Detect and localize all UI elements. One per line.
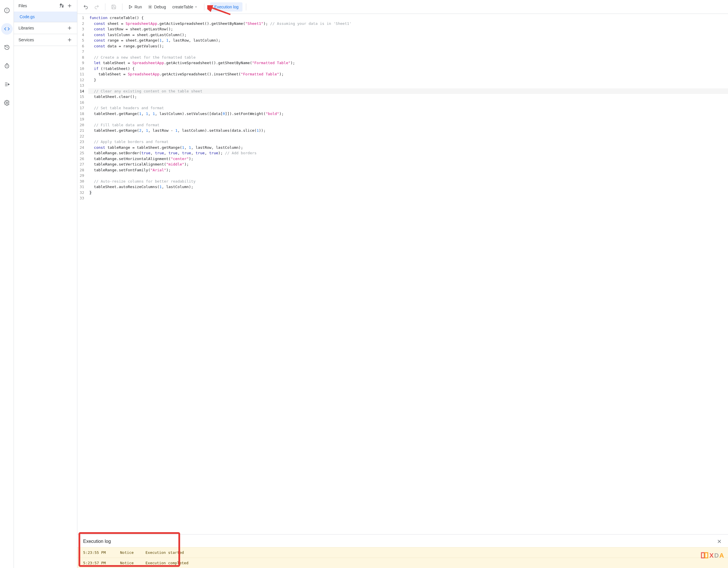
settings-icon[interactable] xyxy=(1,97,13,109)
main: Run Debug createTable Execution log 1234… xyxy=(77,0,728,568)
close-icon[interactable] xyxy=(716,539,722,544)
files-header: Files AZ xyxy=(14,0,77,12)
svg-point-2 xyxy=(7,9,7,10)
libraries-label: Libraries xyxy=(18,26,34,30)
add-service-icon[interactable] xyxy=(67,37,72,43)
svg-marker-17 xyxy=(129,5,132,8)
undo-button[interactable] xyxy=(81,3,91,11)
history-icon[interactable] xyxy=(1,42,13,53)
code-editor[interactable]: 1234567891011121314151617181920212223242… xyxy=(77,14,728,534)
function-selector[interactable]: createTable xyxy=(169,3,201,11)
execution-log-title: Execution log xyxy=(83,539,111,544)
run-button[interactable]: Run xyxy=(126,3,144,11)
sidebar: Files AZ Code.gs Libraries Services xyxy=(14,0,77,568)
executions-icon[interactable] xyxy=(1,79,13,90)
add-file-icon[interactable] xyxy=(67,3,72,9)
redo-button[interactable] xyxy=(92,3,102,11)
svg-text:Z: Z xyxy=(62,5,64,8)
toolbar: Run Debug createTable Execution log xyxy=(77,0,728,14)
editor-icon[interactable] xyxy=(1,23,13,35)
svg-point-18 xyxy=(150,6,151,8)
left-rail xyxy=(0,0,14,568)
debug-button[interactable]: Debug xyxy=(145,3,168,11)
files-label: Files xyxy=(18,3,27,8)
sort-icon[interactable]: AZ xyxy=(59,3,64,9)
add-library-icon[interactable] xyxy=(67,25,72,31)
function-name: createTable xyxy=(172,5,193,9)
line-gutter: 1234567891011121314151617181920212223242… xyxy=(77,14,88,202)
info-icon[interactable] xyxy=(1,5,13,16)
services-header: Services xyxy=(14,34,77,46)
libraries-header: Libraries xyxy=(14,22,77,34)
execution-log-panel: Execution log 5:23:55 PMNoticeExecution … xyxy=(77,534,728,568)
svg-point-8 xyxy=(6,102,8,104)
svg-text:A: A xyxy=(60,3,61,6)
chevron-down-icon xyxy=(194,5,198,9)
code-content[interactable]: function createTable() { const sheet = S… xyxy=(88,14,728,202)
svg-marker-7 xyxy=(8,84,9,85)
services-label: Services xyxy=(18,38,34,42)
run-label: Run xyxy=(135,5,142,9)
triggers-icon[interactable] xyxy=(1,60,13,72)
exec-log-row: 5:23:57 PMNoticeExecution completed xyxy=(77,558,728,568)
debug-label: Debug xyxy=(154,5,166,9)
save-button[interactable] xyxy=(109,3,119,11)
file-item-code-gs[interactable]: Code.gs xyxy=(14,12,77,22)
exec-log-row: 5:23:55 PMNoticeExecution started xyxy=(77,547,728,558)
execution-log-button[interactable]: Execution log xyxy=(210,2,242,12)
